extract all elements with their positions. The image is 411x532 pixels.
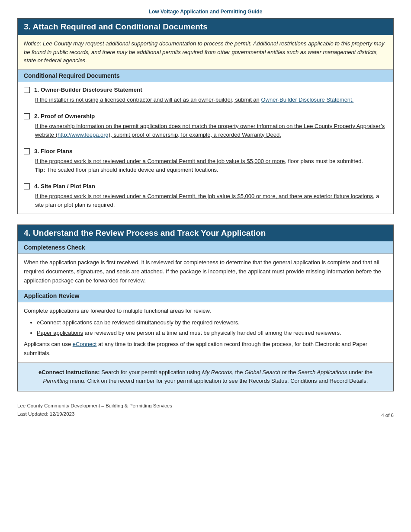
completeness-body: When the application package is first re… (18, 254, 393, 289)
page-footer: Lee County Community Development – Build… (17, 402, 394, 418)
econnect-instructions-box: eConnect Instructions: Search for your p… (18, 362, 393, 391)
footer-left: Lee County Community Development – Build… (17, 402, 172, 418)
checklist-item-2: 2. Proof of Ownership If the ownership i… (18, 109, 393, 144)
footer-org: Lee County Community Development – Build… (17, 402, 172, 410)
notice-box: Notice: Lee County may request additiona… (18, 35, 393, 70)
footer-date: Last Updated: 12/19/2023 (17, 410, 172, 418)
checkbox-1[interactable] (24, 87, 30, 93)
conditional-docs-header: Conditional Required Documents (18, 70, 393, 82)
bullet-paper: Paper applications are reviewed by one p… (37, 329, 387, 337)
checklist-item-2-title: 2. Proof of Ownership (24, 113, 387, 119)
checklist-item-4-title: 4. Site Plan / Plot Plan (24, 183, 387, 189)
checkbox-4[interactable] (24, 183, 30, 189)
checklist-item-3-title: 3. Floor Plans (24, 148, 387, 154)
checklist-item-4: 4. Site Plan / Plot Plan If the proposed… (18, 179, 393, 214)
owner-builder-link[interactable]: Owner-Builder Disclosure Statement. (261, 96, 353, 103)
applicants-text: Applicants can use eConnect at any time … (24, 340, 387, 358)
checklist-item-1: 1. Owner-Builder Disclosure Statement If… (18, 82, 393, 109)
application-review-header: Application Review (18, 290, 393, 302)
footer-page-number: 4 of 6 (381, 413, 394, 418)
application-review-body: Complete applications are forwarded to m… (18, 302, 393, 362)
checklist-item-4-body: If the proposed work is not reviewed und… (35, 192, 387, 209)
application-review-bullets: eConnect applications can be reviewed si… (32, 318, 387, 337)
section-3-box: 3. Attach Required and Conditional Docum… (17, 18, 394, 214)
econnect-link[interactable]: eConnect (73, 341, 97, 347)
checkbox-2[interactable] (24, 113, 30, 119)
checklist-item-1-title: 1. Owner-Builder Disclosure Statement (24, 87, 387, 93)
page-header: Low Voltage Application and Permitting G… (17, 9, 394, 15)
completeness-check-header: Completeness Check (18, 241, 393, 254)
bullet-econnect: eConnect applications can be reviewed si… (37, 318, 387, 327)
section-3-title: 3. Attach Required and Conditional Docum… (18, 19, 393, 35)
checklist-item-1-body: If the installer is not using a licensed… (35, 96, 387, 104)
section-4-box: 4. Understand the Review Process and Tra… (17, 224, 394, 391)
checklist-item-2-body: If the ownership information on the perm… (35, 122, 387, 139)
leepa-link[interactable]: http://www.leepa.org (58, 131, 109, 138)
checklist-item-3: 3. Floor Plans If the proposed work is n… (18, 144, 393, 179)
checkbox-3[interactable] (24, 148, 30, 154)
checklist-item-3-body: If the proposed work is not reviewed und… (35, 157, 387, 174)
section-4-title: 4. Understand the Review Process and Tra… (18, 225, 393, 241)
